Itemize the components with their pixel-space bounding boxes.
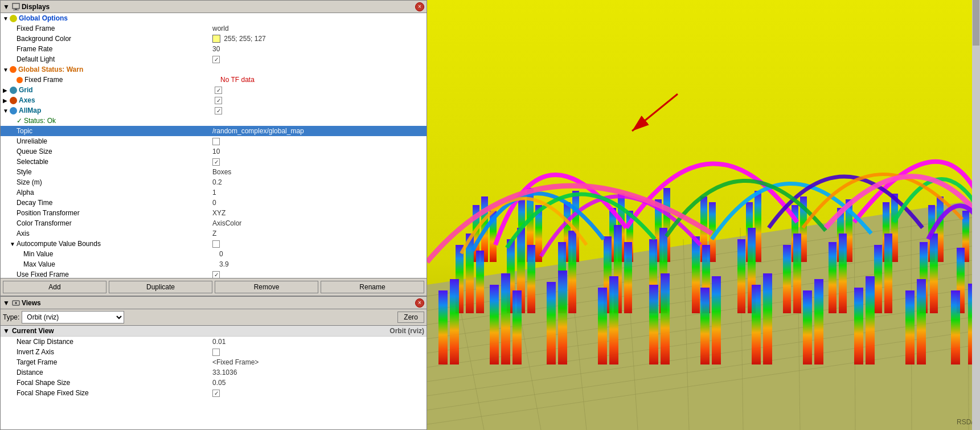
focal-shape-size-item[interactable]: Focal Shape Size 0.05 <box>1 378 427 388</box>
current-view-expand[interactable]: ▼ <box>3 327 10 335</box>
focal-shape-fixed-label: Focal Shape Fixed Size <box>17 389 210 397</box>
focal-shape-fixed-checkbox[interactable] <box>212 390 220 397</box>
invert-z-label: Invert Z Axis <box>17 348 210 356</box>
svg-rect-98 <box>905 290 915 365</box>
target-frame-label: Target Frame <box>17 358 210 366</box>
position-transformer-item[interactable]: Position Transformer XYZ <box>1 208 427 218</box>
unreliable-checkbox[interactable] <box>212 138 220 145</box>
fixed-frame-item[interactable]: Fixed Frame world <box>1 23 427 34</box>
svg-rect-77 <box>930 234 938 313</box>
selectable-value <box>210 158 425 166</box>
use-fixed-frame-item[interactable]: Use Fixed Frame <box>1 269 427 278</box>
topic-item[interactable]: Topic /random_complex/global_map <box>1 126 427 136</box>
allmap-icon <box>10 107 17 114</box>
rename-button[interactable]: Rename <box>321 281 424 293</box>
default-light-label: Default Light <box>17 55 210 63</box>
alpha-item[interactable]: Alpha 1 <box>1 187 427 198</box>
views-icon <box>12 299 20 307</box>
zero-button[interactable]: Zero <box>397 312 424 323</box>
invert-z-checkbox[interactable] <box>212 349 220 356</box>
max-value-item[interactable]: Max Value 3.9 <box>1 259 427 269</box>
bg-color-swatch[interactable] <box>212 35 220 43</box>
svg-rect-2 <box>13 10 19 10</box>
remove-button[interactable]: Remove <box>215 281 318 293</box>
bg-color-item[interactable]: Background Color 255; 255; 127 <box>1 34 427 44</box>
global-status-item[interactable]: ▼ Global Status: Warn <box>1 64 427 75</box>
decay-time-item[interactable]: Decay Time 0 <box>1 198 427 208</box>
near-clip-value: 0.01 <box>210 338 425 346</box>
fixed-frame-value: world <box>210 24 425 32</box>
displays-expand-icon[interactable]: ▼ <box>3 3 10 11</box>
views-toolbar: Type: Orbit (rviz) Zero <box>1 309 427 326</box>
size-item[interactable]: Size (m) 0.2 <box>1 177 427 187</box>
autocompute-checkbox[interactable] <box>212 240 220 248</box>
views-content: ▼ Current View Orbit (rviz) Near Clip Di… <box>1 326 427 429</box>
axis-label: Axis <box>17 230 210 237</box>
grid-label: Grid <box>19 86 212 94</box>
focal-shape-fixed-item[interactable]: Focal Shape Fixed Size <box>1 388 427 398</box>
default-light-item[interactable]: Default Light <box>1 54 427 64</box>
allmap-checkbox-value <box>212 107 425 114</box>
grid-item[interactable]: ▶ Grid <box>1 85 427 95</box>
allmap-status-item[interactable]: ✓ Status: Ok <box>1 116 427 126</box>
displays-panel: ▼ Displays × ▼ Global Options <box>0 0 427 296</box>
global-status-label: Global Status: Warn <box>18 65 212 73</box>
invert-z-value <box>210 348 425 356</box>
allmap-checkbox[interactable] <box>215 107 222 114</box>
svg-rect-0 <box>13 3 19 9</box>
grid-checkbox[interactable] <box>215 87 222 94</box>
frame-rate-item[interactable]: Frame Rate 30 <box>1 44 427 54</box>
style-item[interactable]: Style Boxes <box>1 167 427 177</box>
near-clip-item[interactable]: Near Clip Distance 0.01 <box>1 337 427 347</box>
3d-view-panel[interactable]: RSD/陕西工程学院 <box>427 0 980 430</box>
global-status-fixed-frame-value: No TF data <box>218 76 425 84</box>
svg-rect-87 <box>609 276 618 365</box>
alpha-value: 1 <box>210 189 425 196</box>
duplicate-button[interactable]: Duplicate <box>109 281 212 293</box>
axis-item[interactable]: Axis Z <box>1 228 427 239</box>
views-expand-icon[interactable]: ▼ <box>3 299 10 307</box>
queue-size-label: Queue Size <box>17 148 210 155</box>
topic-label: Topic <box>17 127 210 135</box>
selectable-item[interactable]: Selectable <box>1 157 427 167</box>
global-options-icon <box>10 15 17 22</box>
min-value-item[interactable]: Min Value 0 <box>1 249 427 259</box>
unreliable-value <box>210 137 425 145</box>
color-transformer-item[interactable]: Color Transformer AxisColor <box>1 218 427 228</box>
displays-content: ▼ Global Options Fixed Frame world Backg… <box>1 13 427 278</box>
distance-label: Distance <box>17 368 210 376</box>
max-value-value: 3.9 <box>217 260 425 268</box>
autocompute-item[interactable]: ▼ Autocompute Value Bounds <box>1 239 427 249</box>
views-close-button[interactable]: × <box>415 298 424 308</box>
selectable-checkbox[interactable] <box>212 158 220 166</box>
distance-item[interactable]: Distance 33.1036 <box>1 367 427 378</box>
global-options-expand[interactable]: ▼ <box>3 15 10 22</box>
allmap-item[interactable]: ▼ AllMap <box>1 105 427 116</box>
svg-rect-74 <box>874 245 882 313</box>
target-frame-item[interactable]: Target Frame <Fixed Frame> <box>1 357 427 367</box>
distance-value: 33.1036 <box>210 368 425 376</box>
global-status-fixed-frame-item[interactable]: Fixed Frame No TF data <box>1 75 427 85</box>
allmap-label: AllMap <box>19 107 212 114</box>
color-transformer-label: Color Transformer <box>17 219 210 227</box>
svg-rect-97 <box>866 276 875 365</box>
focal-shape-fixed-value <box>210 389 425 397</box>
global-options-item[interactable]: ▼ Global Options <box>1 13 427 23</box>
unreliable-item[interactable]: Unreliable <box>1 136 427 146</box>
use-fixed-frame-checkbox[interactable] <box>212 271 220 278</box>
axes-checkbox[interactable] <box>215 97 222 104</box>
queue-size-item[interactable]: Queue Size 10 <box>1 146 427 157</box>
axes-item[interactable]: ▶ Axes <box>1 95 427 105</box>
use-fixed-frame-value <box>210 271 425 278</box>
add-button[interactable]: Add <box>3 281 106 293</box>
invert-z-item[interactable]: Invert Z Axis <box>1 347 427 357</box>
queue-size-value: 10 <box>210 148 425 155</box>
displays-close-button[interactable]: × <box>415 2 424 11</box>
alpha-label: Alpha <box>17 189 210 196</box>
global-status-fixed-frame-label: Fixed Frame <box>24 76 218 84</box>
type-select[interactable]: Orbit (rviz) <box>22 311 124 323</box>
svg-rect-100 <box>951 290 960 365</box>
style-value: Boxes <box>210 168 425 176</box>
size-label: Size (m) <box>17 178 210 186</box>
default-light-checkbox[interactable] <box>212 56 220 63</box>
